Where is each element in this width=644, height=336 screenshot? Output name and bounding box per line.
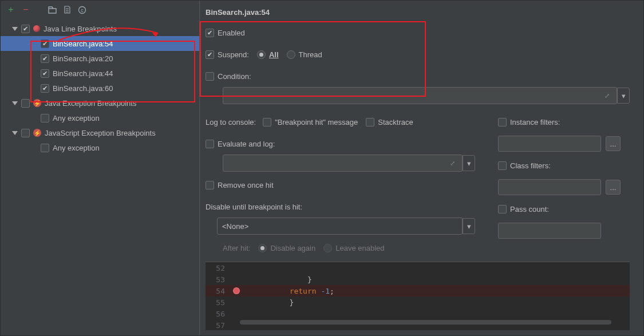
bp-label: BinSearch.java:60 bbox=[53, 84, 113, 93]
evaluate-log-checkbox[interactable] bbox=[206, 140, 214, 148]
condition-label: Condition: bbox=[218, 72, 251, 81]
class-filters-checkbox[interactable] bbox=[498, 161, 507, 170]
bp-hit-label: "Breakpoint hit" message bbox=[275, 118, 358, 127]
breakpoint-gutter-icon[interactable] bbox=[233, 287, 240, 294]
instance-filters-browse-button[interactable]: ... bbox=[606, 136, 621, 151]
bp-checkbox[interactable] bbox=[41, 114, 49, 122]
breakpoint-item[interactable]: BinSearch.java:20 bbox=[1, 51, 199, 66]
group-java-exception[interactable]: ⚡ Java Exception Breakpoints bbox=[1, 96, 199, 110]
group-js-exception[interactable]: ⚡ JavaScript Exception Breakpoints bbox=[1, 125, 199, 140]
class-filters-browse-button[interactable]: ... bbox=[606, 180, 621, 195]
expand-field-icon[interactable]: ⤢ bbox=[600, 89, 613, 102]
suspend-checkbox[interactable] bbox=[206, 50, 214, 59]
line-number: 57 bbox=[206, 321, 231, 330]
condition-checkbox[interactable] bbox=[206, 72, 214, 81]
breakpoint-tree: Java Line Breakpoints BinSearch.java:54 … bbox=[1, 19, 199, 155]
disable-until-label: Disable until breakpoint is hit: bbox=[206, 203, 302, 211]
instance-filters-checkbox[interactable] bbox=[498, 118, 507, 127]
instance-filters-label: Instance filters: bbox=[510, 118, 560, 127]
class-filters-label: Class filters: bbox=[510, 161, 551, 170]
code-text: return -1; bbox=[242, 287, 334, 295]
group-label: Java Exception Breakpoints bbox=[45, 99, 136, 108]
breakpoint-item[interactable]: Any exception bbox=[1, 140, 199, 155]
disable-until-select[interactable]: <None> bbox=[217, 218, 463, 235]
bp-label: BinSearch.java:54 bbox=[53, 39, 113, 48]
class-filters-input[interactable] bbox=[498, 179, 601, 195]
line-number: 56 bbox=[206, 310, 231, 318]
expand-icon[interactable] bbox=[12, 101, 18, 105]
code-text: } bbox=[242, 275, 312, 284]
evaluate-log-input[interactable]: ⤢ bbox=[223, 155, 463, 172]
suspend-all-label[interactable]: All bbox=[269, 50, 279, 59]
exception-bp-icon: ⚡ bbox=[33, 129, 41, 137]
breakpoint-item[interactable]: BinSearch.java:54 bbox=[1, 36, 199, 51]
breakpoint-dot-icon bbox=[33, 25, 40, 32]
remove-once-checkbox[interactable] bbox=[206, 181, 214, 189]
line-number: 55 bbox=[206, 298, 231, 307]
svg-text:c: c bbox=[81, 7, 84, 13]
expand-field-icon[interactable]: ⤢ bbox=[446, 157, 459, 169]
bp-hit-checkbox[interactable] bbox=[263, 118, 271, 127]
line-number: 53 bbox=[206, 275, 231, 284]
after-hit-label: After hit: bbox=[223, 244, 250, 252]
bp-checkbox[interactable] bbox=[41, 39, 49, 48]
stacktrace-label: Stacktrace bbox=[378, 118, 413, 127]
stacktrace-checkbox[interactable] bbox=[366, 118, 374, 127]
eval-log-history-icon[interactable]: ▾ bbox=[463, 155, 475, 171]
expand-icon[interactable] bbox=[12, 27, 18, 31]
bp-label: BinSearch.java:20 bbox=[53, 54, 113, 63]
bp-checkbox[interactable] bbox=[41, 84, 49, 93]
disable-until-value: <None> bbox=[222, 222, 248, 231]
disable-again-label: Disable again bbox=[270, 244, 315, 252]
horizontal-scrollbar[interactable] bbox=[240, 320, 611, 325]
group-label: Java Line Breakpoints bbox=[44, 25, 117, 33]
add-breakpoint-icon[interactable]: + bbox=[6, 4, 15, 15]
leave-enabled-label: Leave enabled bbox=[335, 244, 384, 252]
bp-label: Any exception bbox=[53, 144, 100, 152]
code-text: } bbox=[242, 298, 294, 307]
bp-label: BinSearch.java:44 bbox=[53, 69, 113, 78]
bp-checkbox[interactable] bbox=[41, 54, 49, 63]
suspend-label: Suspend: bbox=[218, 50, 249, 59]
group-checkbox[interactable] bbox=[21, 25, 30, 33]
bp-checkbox[interactable] bbox=[41, 69, 49, 78]
evaluate-log-label: Evaluate and log: bbox=[218, 140, 275, 148]
group-label: JavaScript Exception Breakpoints bbox=[45, 129, 156, 137]
breakpoint-item[interactable]: BinSearch.java:60 bbox=[1, 81, 199, 96]
line-number: 54 bbox=[206, 287, 231, 295]
group-checkbox[interactable] bbox=[21, 99, 30, 108]
bp-checkbox[interactable] bbox=[41, 144, 49, 152]
group-by-file-icon[interactable] bbox=[62, 4, 72, 15]
code-preview: 52 53 } 54 return -1; 55 } bbox=[206, 262, 630, 330]
group-by-class-icon[interactable]: c bbox=[77, 4, 86, 15]
remove-once-label: Remove once hit bbox=[218, 181, 274, 189]
page-title: BinSearch.java:54 bbox=[206, 1, 630, 20]
group-by-package-icon[interactable] bbox=[48, 4, 57, 15]
disable-again-radio bbox=[258, 244, 267, 252]
bp-label: Any exception bbox=[53, 114, 100, 122]
suspend-all-radio[interactable] bbox=[257, 50, 266, 59]
group-java-line[interactable]: Java Line Breakpoints bbox=[1, 21, 199, 36]
breakpoint-item[interactable]: BinSearch.java:44 bbox=[1, 66, 199, 81]
condition-history-icon[interactable]: ▾ bbox=[617, 88, 630, 104]
enabled-label: Enabled bbox=[218, 29, 245, 37]
pass-count-input[interactable] bbox=[498, 223, 601, 239]
expand-icon[interactable] bbox=[12, 131, 18, 135]
leave-enabled-radio bbox=[323, 244, 332, 252]
remove-breakpoint-icon[interactable]: − bbox=[21, 4, 30, 15]
exception-bp-icon: ⚡ bbox=[33, 99, 41, 107]
breakpoints-toolbar: + − c bbox=[1, 1, 199, 19]
line-number: 52 bbox=[206, 264, 231, 272]
suspend-thread-label[interactable]: Thread bbox=[299, 50, 322, 59]
breakpoint-item[interactable]: Any exception bbox=[1, 110, 199, 125]
log-to-console-label: Log to console: bbox=[206, 118, 256, 127]
suspend-thread-radio[interactable] bbox=[287, 50, 295, 59]
pass-count-label: Pass count: bbox=[510, 205, 549, 214]
disable-until-chevron-icon[interactable]: ▾ bbox=[463, 218, 475, 234]
instance-filters-input[interactable] bbox=[498, 136, 601, 152]
condition-input[interactable]: ⤢ bbox=[223, 87, 617, 104]
enabled-checkbox[interactable] bbox=[206, 29, 214, 37]
group-checkbox[interactable] bbox=[21, 129, 30, 137]
pass-count-checkbox[interactable] bbox=[498, 205, 507, 214]
